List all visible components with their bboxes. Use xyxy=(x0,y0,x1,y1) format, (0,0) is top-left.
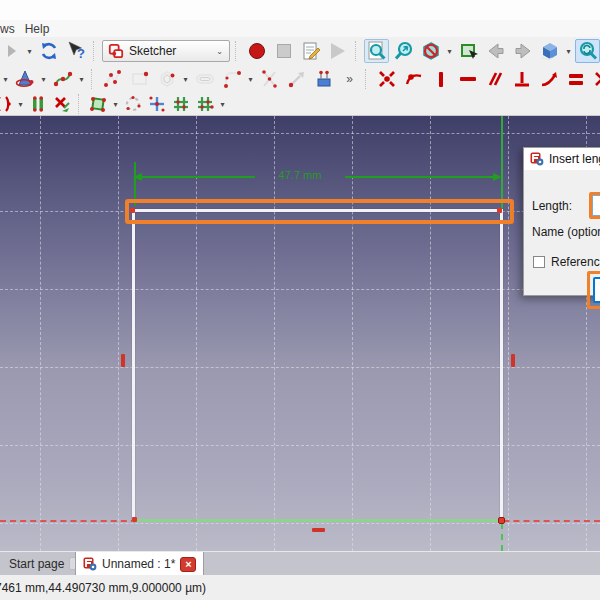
extend-button[interactable] xyxy=(284,67,309,91)
chevron-down-icon[interactable]: ▾ xyxy=(1,75,10,84)
reference-checkbox[interactable] xyxy=(533,256,545,268)
dimension-arrow-left xyxy=(133,173,142,181)
refresh-button[interactable] xyxy=(36,39,61,63)
3d-viewport[interactable]: 47.7 mm xyxy=(0,116,600,551)
vertical-constraint-marker[interactable] xyxy=(511,354,515,367)
external-geometry-button[interactable] xyxy=(311,67,336,91)
sketch-edge-left[interactable] xyxy=(132,209,135,522)
zoom-fit-all-button[interactable] xyxy=(364,39,389,63)
constrain-coincident-button[interactable] xyxy=(374,67,399,91)
polygon-button[interactable] xyxy=(154,67,179,91)
horizontal-constraint-marker[interactable] xyxy=(312,528,325,532)
dimension-label[interactable]: 47.7 mm xyxy=(250,169,350,181)
constrain-parallel-button[interactable] xyxy=(482,67,507,91)
knot-multiplicity-decrease-button[interactable] xyxy=(194,94,216,114)
chevron-down-icon[interactable]: ▾ xyxy=(39,75,48,84)
knot-multiplicity-increase-icon xyxy=(172,95,190,113)
polyline-button[interactable] xyxy=(100,67,125,91)
constrain-vertical-icon xyxy=(439,72,443,87)
dimension-line[interactable] xyxy=(345,176,497,178)
rectangle-icon xyxy=(130,69,150,89)
dialog-title-bar[interactable]: Insert length xyxy=(524,148,600,170)
constrain-block-button[interactable] xyxy=(27,94,49,114)
whats-this-button[interactable]: ? xyxy=(63,39,88,63)
chevron-down-icon[interactable]: ▾ xyxy=(564,47,573,56)
bspline-polygon-button[interactable] xyxy=(122,94,144,114)
menu-help[interactable]: Help xyxy=(20,21,55,37)
insert-length-dialog: Insert length Length: Name (optional) Re… xyxy=(523,147,600,296)
macro-record-icon xyxy=(249,43,265,59)
knot-insert-button[interactable] xyxy=(146,94,168,114)
chevron-down-icon[interactable]: ▾ xyxy=(111,100,120,109)
macro-edit-button[interactable] xyxy=(298,39,323,63)
close-icon[interactable]: × xyxy=(180,557,196,572)
origin-point[interactable] xyxy=(498,517,505,524)
nav-back-button[interactable] xyxy=(483,39,508,63)
constrain-vertical-button[interactable] xyxy=(428,67,453,91)
knot-insert-icon xyxy=(148,95,166,113)
fillet-button[interactable] xyxy=(219,67,244,91)
slot-button[interactable] xyxy=(192,67,217,91)
constrain-tangent-button[interactable] xyxy=(536,67,561,91)
trim-button[interactable] xyxy=(257,67,282,91)
macro-play-button[interactable] xyxy=(325,39,350,63)
carbon-copy-button[interactable] xyxy=(87,94,109,114)
length-input[interactable] xyxy=(592,195,600,216)
menu-windows-clipped[interactable]: ws xyxy=(0,21,20,37)
draw-style-button[interactable] xyxy=(418,39,443,63)
constrain-equal-button[interactable] xyxy=(563,67,588,91)
chevron-down-icon[interactable]: ▾ xyxy=(181,75,190,84)
tab-label: Start page xyxy=(9,557,64,571)
zoom-sync-icon xyxy=(578,41,598,61)
bspline-polygon-icon xyxy=(124,95,142,113)
constrain-point-on-object-button[interactable] xyxy=(401,67,426,91)
zoom-fit-selection-icon xyxy=(394,41,414,61)
workbench-selector[interactable]: Sketcher ⌄ xyxy=(102,40,230,62)
sketch-y-axis xyxy=(501,116,503,211)
constrain-horizontal-button[interactable] xyxy=(455,67,480,91)
toolbar-separator xyxy=(93,41,97,61)
sketch-edge-right[interactable] xyxy=(500,209,503,522)
toolbar-separator xyxy=(91,69,95,89)
constrain-symmetric-button[interactable] xyxy=(590,67,600,91)
dimension-line[interactable] xyxy=(138,176,255,178)
vertex-point[interactable] xyxy=(132,517,137,522)
chevron-down-icon[interactable]: ▾ xyxy=(445,47,454,56)
dialog-title: Insert length xyxy=(549,152,600,166)
macro-edit-icon xyxy=(301,41,321,61)
macro-record-button[interactable] xyxy=(244,39,269,63)
conic-button[interactable] xyxy=(12,67,37,91)
rectangle-button[interactable] xyxy=(127,67,152,91)
zoom-fit-selection-button[interactable] xyxy=(391,39,416,63)
nav-forward-button[interactable] xyxy=(510,39,535,63)
chevron-down-icon[interactable]: ▾ xyxy=(25,47,34,56)
dropdown-partial-button[interactable] xyxy=(1,41,23,61)
reference-label: Reference xyxy=(551,255,600,269)
sketch-edge-bottom-constrained[interactable] xyxy=(134,519,502,522)
constrain-perpendicular-button[interactable] xyxy=(509,67,534,91)
macro-stop-button[interactable] xyxy=(271,39,296,63)
constrain-symmetric2-button[interactable] xyxy=(0,94,14,114)
zoom-sync-button[interactable] xyxy=(575,39,600,63)
tab-unnamed-document[interactable]: Unnamed : 1* × xyxy=(75,552,204,576)
knot-multiplicity-increase-button[interactable] xyxy=(170,94,192,114)
chevron-down-icon[interactable]: ▾ xyxy=(77,75,86,84)
grid-line xyxy=(0,289,600,290)
toggle-constraint-button[interactable] xyxy=(51,94,73,114)
chevron-down-icon[interactable]: ▾ xyxy=(246,75,255,84)
isometric-view-icon xyxy=(540,41,560,61)
bspline-button[interactable] xyxy=(50,67,75,91)
chevron-down-icon[interactable]: ▾ xyxy=(218,100,227,109)
bspline-icon xyxy=(53,69,73,89)
tab-label: Unnamed : 1* xyxy=(102,557,175,571)
bounding-box-button[interactable] xyxy=(456,39,481,63)
ok-button[interactable] xyxy=(593,277,600,303)
freecad-logo-icon xyxy=(83,557,97,571)
status-bar: 7461 mm,44.490730 mm,9.000000 µm) xyxy=(0,575,600,600)
vertical-constraint-marker[interactable] xyxy=(121,354,125,367)
constrain-parallel-icon xyxy=(485,69,505,89)
toolbar-overflow-button[interactable]: » xyxy=(338,69,360,89)
sketcher-workbench-icon xyxy=(108,43,124,59)
isometric-view-button[interactable] xyxy=(537,39,562,63)
chevron-down-icon[interactable]: ▾ xyxy=(16,100,25,109)
